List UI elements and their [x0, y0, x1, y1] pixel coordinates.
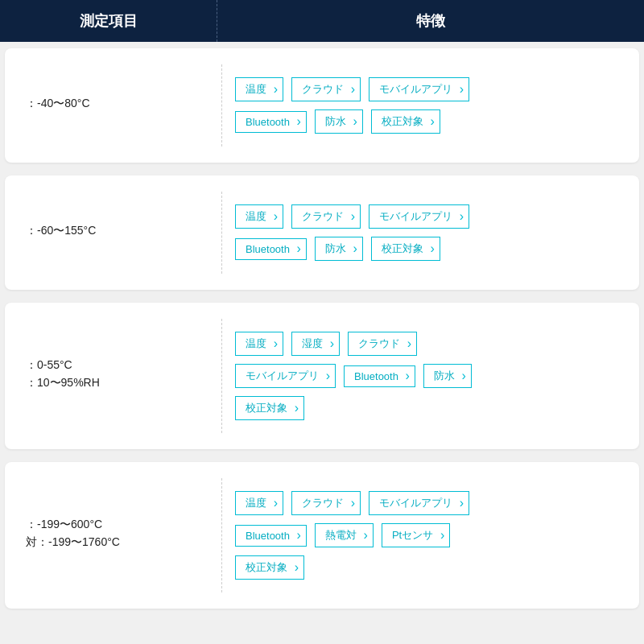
- feature-tag: クラウド: [291, 491, 361, 515]
- feature-tag: 校正対象: [235, 396, 304, 420]
- feature-tag: 校正対象: [371, 237, 440, 261]
- measurement-range-cell: ：-40〜80°C: [13, 64, 222, 147]
- features-cell: 温度クラウドモバイルアプリBluetooth防水校正対象: [222, 192, 631, 274]
- measurement-range-cell: ：0-55°C：10〜95%RH: [13, 319, 222, 433]
- feature-tag: 温度: [235, 204, 283, 229]
- feature-tag: 温度: [235, 332, 283, 356]
- range-text: ：10〜95%RH: [26, 376, 208, 390]
- range-text: ：-199〜600°C: [26, 518, 208, 532]
- feature-tag: クラウド: [348, 332, 417, 356]
- range-text: 対：-199〜1760°C: [26, 535, 208, 550]
- feature-tag: Bluetooth: [235, 111, 307, 133]
- feature-tag: 校正対象: [371, 109, 440, 134]
- range-text: ：0-55°C: [26, 358, 208, 373]
- measurement-range-cell: ：-60〜155°C: [13, 192, 222, 274]
- measurement-range-cell: ：-199〜600°C対：-199〜1760°C: [13, 478, 222, 592]
- range-text: ：-40〜80°C: [26, 97, 208, 111]
- feature-tag: 温度: [235, 491, 283, 515]
- features-cell: 温度クラウドモバイルアプリBluetooth防水校正対象: [222, 64, 631, 147]
- feature-tag: モバイルアプリ: [235, 364, 336, 388]
- feature-tag: 湿度: [291, 332, 340, 356]
- feature-tag: 防水: [423, 364, 472, 388]
- features-cell: 温度クラウドモバイルアプリBluetooth熱電対Ptセンサ校正対象: [222, 478, 631, 592]
- table-row: ：-60〜155°C温度クラウドモバイルアプリBluetooth防水校正対象: [5, 175, 639, 290]
- range-text: ：-60〜155°C: [26, 224, 208, 238]
- feature-tag: モバイルアプリ: [369, 204, 469, 229]
- feature-tag: クラウド: [291, 204, 361, 229]
- feature-tag: モバイルアプリ: [369, 491, 469, 515]
- feature-tag: Bluetooth: [235, 238, 307, 260]
- feature-tag: 熱電対: [315, 523, 374, 547]
- header-col-right: 特徴: [217, 0, 644, 42]
- header-col-left: 測定項目: [0, 0, 217, 42]
- table-row: ：0-55°C：10〜95%RH温度湿度クラウドモバイルアプリBluetooth…: [5, 303, 639, 449]
- feature-tag: モバイルアプリ: [369, 77, 469, 101]
- features-cell: 温度湿度クラウドモバイルアプリBluetooth防水校正対象: [222, 319, 631, 433]
- feature-tag: 防水: [315, 109, 363, 134]
- feature-tag: クラウド: [291, 77, 361, 101]
- feature-tag: 防水: [315, 237, 363, 261]
- table-row: ：-199〜600°C対：-199〜1760°C温度クラウドモバイルアプリBlu…: [5, 462, 639, 609]
- feature-tag: 校正対象: [235, 555, 304, 580]
- table-row: ：-40〜80°C温度クラウドモバイルアプリBluetooth防水校正対象: [5, 48, 639, 163]
- feature-tag: Ptセンサ: [382, 523, 450, 547]
- data-rows: ：-40〜80°C温度クラウドモバイルアプリBluetooth防水校正対象：-6…: [0, 42, 644, 615]
- feature-tag: Bluetooth: [235, 525, 307, 547]
- feature-tag: 温度: [235, 77, 283, 101]
- feature-tag: Bluetooth: [344, 365, 415, 387]
